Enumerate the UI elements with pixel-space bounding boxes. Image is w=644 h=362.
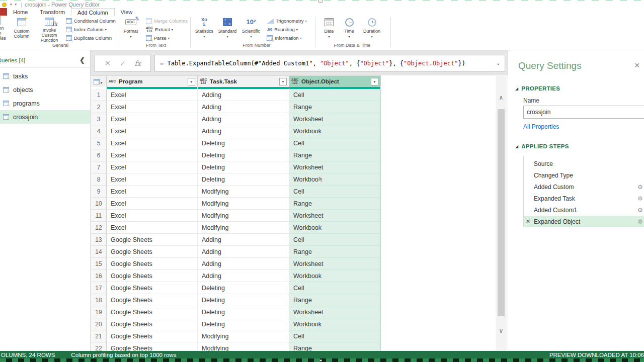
table-cell[interactable]: Excel — [107, 198, 198, 210]
table-cell[interactable]: Worksheet — [289, 258, 381, 270]
status-profiling-note[interactable]: Column profiling based on top 1000 rows — [71, 352, 176, 358]
collapse-pane-icon[interactable]: ❮ — [79, 56, 85, 64]
filter-dropdown-icon[interactable]: ▾ — [371, 78, 378, 85]
applied-step-source[interactable]: Source — [524, 158, 644, 169]
table-cell[interactable]: Worksheet — [289, 161, 381, 173]
table-cell[interactable]: Google Sheets — [107, 282, 198, 294]
quick-access-caret2-icon[interactable]: ▾ — [15, 3, 17, 7]
table-cell[interactable]: Modifying — [198, 330, 289, 342]
table-cell[interactable]: Excel — [107, 186, 198, 198]
formula-expand-icon[interactable]: ⌄ — [496, 60, 501, 66]
table-cell[interactable]: Deleting — [198, 161, 289, 173]
index-column-button[interactable]: Index Column ▾ — [66, 26, 116, 33]
time-button[interactable]: Time ▾ — [340, 17, 358, 43]
scientific-button[interactable]: 10² Scientific ▾ — [239, 17, 263, 43]
table-cell[interactable]: Worksheet — [289, 113, 381, 125]
statistics-button[interactable]: ΧσΣ Statistics ▾ — [193, 17, 215, 43]
table-cell[interactable]: Adding — [198, 89, 289, 101]
table-cell[interactable]: Workbook — [289, 318, 381, 330]
table-cell[interactable]: Adding — [198, 270, 289, 282]
table-cell[interactable]: Google Sheets — [107, 270, 198, 282]
sidebar-divider[interactable] — [90, 50, 91, 351]
trigonometry-button[interactable]: Trigonometry ▾ — [267, 18, 307, 24]
applied-steps-section-header[interactable]: ◢ APPLIED STEPS — [515, 143, 569, 149]
filter-dropdown-icon[interactable]: ▾ — [279, 78, 287, 85]
table-cell[interactable]: Deleting — [198, 318, 289, 330]
step-settings-gear-icon[interactable]: ⚙ — [637, 207, 643, 214]
properties-section-header[interactable]: ◢ PROPERTIES — [515, 85, 560, 92]
table-cell[interactable]: Excel — [107, 113, 198, 125]
table-cell[interactable]: Adding — [198, 101, 289, 113]
invoke-custom-function-button[interactable]: fx Invoke Custom Function — [35, 17, 63, 43]
tab-view[interactable]: View — [115, 8, 139, 16]
step-settings-gear-icon[interactable]: ⚙ — [637, 184, 643, 191]
table-cell[interactable]: Cell — [289, 282, 381, 294]
table-cell[interactable]: Google Sheets — [107, 246, 198, 258]
capture-handle-top[interactable] — [318, 0, 323, 3]
table-cell[interactable]: Deleting — [198, 149, 289, 161]
tab-add-column[interactable]: Add Column — [71, 8, 115, 16]
conditional-column-button[interactable]: Conditional Column — [66, 18, 116, 24]
capture-handle-bottom[interactable] — [319, 359, 322, 361]
query-item-objects[interactable]: objects — [0, 83, 90, 97]
delete-step-icon[interactable]: ✕ — [526, 218, 530, 225]
table-cell[interactable]: Google Sheets — [107, 306, 198, 318]
table-cell[interactable]: Excel — [107, 173, 198, 186]
table-cell[interactable]: Cell — [289, 89, 381, 101]
table-cell[interactable]: Adding — [198, 234, 289, 246]
information-button[interactable]: Information ▾ — [267, 35, 307, 41]
table-cell[interactable]: Workbook — [289, 125, 381, 137]
table-cell[interactable]: Excel — [107, 161, 198, 173]
table-cell[interactable]: Google Sheets — [107, 330, 198, 342]
all-properties-link[interactable]: All Properties — [523, 123, 559, 130]
cancel-formula-icon[interactable]: ✕ — [105, 59, 111, 68]
tab-home[interactable]: Home — [7, 8, 34, 16]
table-cell[interactable]: Range — [289, 149, 381, 161]
table-cell[interactable]: Deleting — [198, 294, 289, 306]
table-cell[interactable]: Range — [289, 198, 381, 210]
custom-column-button[interactable]: ✳ Custom Column — [9, 17, 34, 43]
standard-button[interactable]: +−÷× Standard ▾ — [216, 17, 238, 43]
commit-formula-icon[interactable]: ✓ — [120, 59, 126, 67]
table-cell[interactable]: Modifying — [198, 222, 289, 234]
applied-step-expanded-task[interactable]: Expanded Task⚙ — [524, 193, 644, 204]
table-cell[interactable]: Google Sheets — [107, 234, 198, 246]
merge-columns-button[interactable]: Merge Columns — [146, 18, 188, 24]
table-cell[interactable]: Modifying — [198, 210, 289, 222]
table-cell[interactable]: Adding — [198, 258, 289, 270]
table-cell[interactable]: Workbook — [289, 222, 381, 234]
table-cell[interactable]: Worksheet — [289, 306, 381, 318]
applied-step-added-custom[interactable]: Added Custom⚙ — [524, 181, 644, 193]
duplicate-column-button[interactable]: Duplicate Column — [66, 35, 116, 41]
table-cell[interactable]: Cell — [289, 330, 381, 342]
duration-button[interactable]: Duration ▾ — [360, 17, 383, 43]
extract-button[interactable]: ABC123 Extract ▾ — [146, 26, 188, 33]
filter-dropdown-icon[interactable]: ▾ — [188, 78, 195, 85]
close-panel-icon[interactable]: ✕ — [634, 61, 640, 69]
table-cell[interactable]: Adding — [198, 246, 289, 258]
format-button[interactable]: ABC✎ Format ▾ — [120, 17, 142, 43]
applied-step-added-custom1[interactable]: Added Custom1⚙ — [524, 204, 644, 216]
table-cell[interactable]: Cell — [289, 137, 381, 149]
table-cell[interactable]: Adding — [198, 125, 289, 137]
table-cell[interactable]: Deleting — [198, 137, 289, 149]
table-cell[interactable]: Workbook — [289, 270, 381, 282]
table-cell[interactable]: Range — [289, 246, 381, 258]
query-item-crossjoin[interactable]: crossjoin — [0, 110, 90, 124]
scroll-up-icon[interactable]: ∧ — [496, 94, 507, 101]
query-name-input[interactable] — [523, 106, 644, 119]
table-cell[interactable]: Excel — [107, 125, 198, 137]
table-cell[interactable]: Excel — [107, 89, 198, 101]
step-settings-gear-icon[interactable]: ⚙ — [637, 218, 643, 225]
column-from-examples-button[interactable]: ✳ Column From Examples ▾ — [0, 17, 9, 43]
table-cell[interactable]: Deleting — [198, 282, 289, 294]
column-header-task-task[interactable]: ABC123 Task.Task ▾ — [198, 75, 289, 87]
query-item-programs[interactable]: programs — [0, 97, 90, 110]
quick-access-caret-icon[interactable]: ▾ — [10, 3, 12, 7]
table-cell[interactable]: Workbook — [289, 173, 381, 186]
fx-icon[interactable]: fx — [134, 59, 141, 67]
formula-input[interactable]: = Table.ExpandTableColumn(#"Added Custom… — [154, 55, 505, 72]
table-cell[interactable]: Modifying — [198, 198, 289, 210]
table-cell[interactable]: Excel — [107, 101, 198, 113]
scroll-down-icon[interactable]: ∨ — [496, 327, 507, 334]
